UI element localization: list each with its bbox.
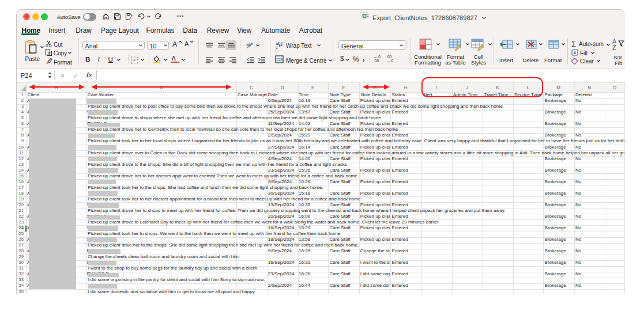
svg-text:x: x (363, 14, 366, 18)
svg-text:c: c (276, 45, 278, 50)
